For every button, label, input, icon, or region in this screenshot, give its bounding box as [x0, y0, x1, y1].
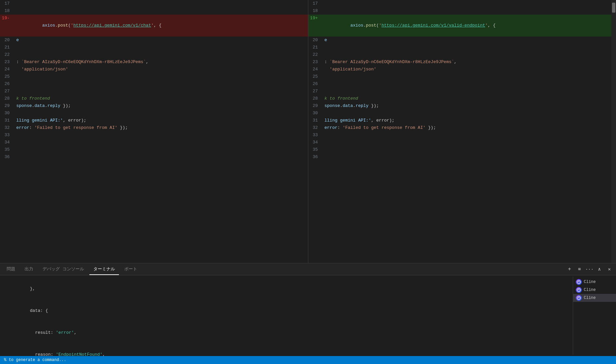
code-line: 31 lling gemini API:', error); — [308, 117, 616, 124]
code-container-left: 17 18 19- axios.post('https://api.gemini… — [0, 0, 308, 263]
svg-point-0 — [577, 280, 580, 284]
tab-port[interactable]: ポート — [120, 263, 141, 275]
line-content: 'application/json' — [15, 66, 308, 73]
line-number: 36 — [308, 153, 323, 161]
code-line: 22 — [308, 51, 616, 58]
terminal-more-button[interactable]: ··· — [585, 265, 593, 273]
code-line: 28 k to frontend — [308, 95, 616, 102]
line-number: 35 — [0, 146, 15, 153]
terminal-sidebar: Cline Cline Cline — [573, 277, 616, 355]
code-container-right: 17 18 19+ axios.post('https://api.gemini… — [308, 0, 616, 263]
line-number: 17 — [308, 0, 323, 7]
cline-icon-3 — [576, 295, 582, 301]
line-number: 23 — [308, 58, 323, 66]
line-number: 26 — [0, 80, 15, 88]
line-number: 17 — [0, 0, 15, 7]
line-content: error: 'Failed to get response from AI' … — [323, 124, 616, 132]
code-line: 35 — [308, 146, 616, 153]
code-line: 18 — [0, 7, 308, 15]
panel-actions: + ⊞ ··· ∧ ✕ — [565, 265, 613, 273]
line-number: 20 — [308, 37, 323, 44]
tab-mondai[interactable]: 問題 — [3, 263, 19, 275]
tab-shutsuryoku[interactable]: 出力 — [21, 263, 37, 275]
terminal-output[interactable]: }, data: { result: 'error', reason: 'End… — [0, 277, 573, 355]
line-content: e — [323, 37, 616, 44]
panel-area: 問題 出力 デバッグ コンソール ターミナル ポート + ⊞ ··· ∧ ✕ }… — [0, 263, 616, 356]
code-line: 29 sponse.data.reply }); — [0, 102, 308, 110]
line-number: 29 — [0, 102, 15, 110]
cline-instance-3[interactable]: Cline — [573, 294, 616, 302]
line-number: 22 — [0, 51, 15, 58]
cline-instance-2[interactable]: Cline — [573, 286, 616, 294]
cline-icon-2 — [576, 287, 582, 293]
line-content: lling gemini API:', error); — [15, 117, 308, 124]
code-line: 20 e — [0, 37, 308, 44]
code-line: 35 — [0, 146, 308, 153]
line-number: 33 — [308, 132, 323, 139]
line-number: 28 — [0, 95, 15, 102]
line-number: 30 — [308, 110, 323, 117]
terminal-line-1: }, — [4, 278, 569, 300]
code-line: 32 error: 'Failed to get response from A… — [308, 124, 616, 132]
line-number: 20 — [0, 37, 15, 44]
line-number: 28 — [308, 95, 323, 102]
cline-instance-1[interactable]: Cline — [573, 278, 616, 286]
code-line: 17 — [0, 0, 308, 7]
terminal-split-icon[interactable]: ⊞ — [575, 265, 583, 273]
code-line: 30 — [308, 110, 616, 117]
code-line: 21 — [0, 44, 308, 51]
terminal-line-4: reason: 'EndpointNotFound', — [4, 344, 569, 356]
code-line: 28 k to frontend — [0, 95, 308, 102]
code-line: 18 — [308, 7, 616, 15]
code-line: 34 — [308, 139, 616, 146]
code-line: 36 — [0, 153, 308, 161]
code-line: 33 — [0, 132, 308, 139]
code-line: 26 — [308, 80, 616, 88]
code-line: 22 — [0, 51, 308, 58]
svg-point-2 — [577, 296, 580, 300]
line-number: 18 — [308, 7, 323, 15]
line-number: 35 — [308, 146, 323, 153]
code-line: 23 : `Bearer AIzaSyD-nC6eEOQKdYnhDXm-r8H… — [308, 58, 616, 66]
tab-terminal[interactable]: ターミナル — [89, 263, 119, 275]
editor-pane-right[interactable]: 17 18 19+ axios.post('https://api.gemini… — [308, 0, 616, 263]
terminal-line-2: data: { — [4, 300, 569, 322]
line-number: 21 — [0, 44, 15, 51]
code-line: 31 lling gemini API:', error); — [0, 117, 308, 124]
cline-icon-1 — [576, 279, 582, 285]
code-line: 24 'application/json' — [308, 66, 616, 73]
editor-area: 17 18 19- axios.post('https://api.gemini… — [0, 0, 616, 263]
line-content: : `Bearer AIzaSyD-nC6eEOQKdYnhDXm-r8HLzE… — [15, 58, 308, 66]
code-line: 26 — [0, 80, 308, 88]
cline-label-1: Cline — [584, 280, 596, 284]
editor-pane-left[interactable]: 17 18 19- axios.post('https://api.gemini… — [0, 0, 308, 263]
cline-label-2: Cline — [584, 288, 596, 292]
panel-close-button[interactable]: ✕ — [605, 265, 613, 273]
line-content: sponse.data.reply }); — [323, 102, 616, 110]
code-line: 27 — [308, 88, 616, 95]
code-line: 24 'application/json' — [0, 66, 308, 73]
code-line-19-left: 19- axios.post('https://api.gemini.com/v… — [0, 15, 308, 37]
code-line: 25 — [308, 73, 616, 80]
line-number: 25 — [308, 73, 323, 80]
line-content: e — [15, 37, 308, 44]
panel-collapse-button[interactable]: ∧ — [595, 265, 603, 273]
cline-label-3: Cline — [584, 296, 596, 300]
line-number: 19- — [0, 15, 15, 22]
code-line: 17 — [308, 0, 616, 7]
line-content: sponse.data.reply }); — [15, 102, 308, 110]
terminal-line-3: result: 'error', — [4, 322, 569, 344]
line-number: 29 — [308, 102, 323, 110]
add-terminal-button[interactable]: + — [565, 265, 573, 273]
svg-point-1 — [577, 288, 580, 292]
line-content: axios.post('https://api.gemini.com/v1/ch… — [15, 15, 308, 37]
line-content: : `Bearer AIzaSyD-nC6eEOQKdYnhDXm-r8HLzE… — [323, 58, 616, 66]
code-line: 23 : `Bearer AIzaSyD-nC6eEOQKdYnhDXm-r8H… — [0, 58, 308, 66]
line-number: 34 — [0, 139, 15, 146]
tab-debug-console[interactable]: デバッグ コンソール — [39, 263, 88, 275]
line-number: 32 — [0, 124, 15, 132]
panel-content: }, data: { result: 'error', reason: 'End… — [0, 275, 616, 356]
code-line-19-right: 19+ axios.post('https://api.gemini.com/v… — [308, 15, 616, 37]
line-number: 32 — [308, 124, 323, 132]
line-number: 24 — [308, 66, 323, 73]
